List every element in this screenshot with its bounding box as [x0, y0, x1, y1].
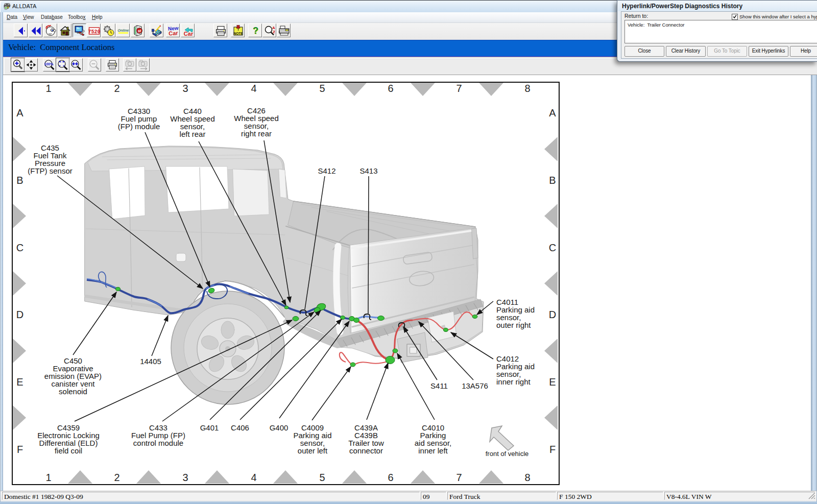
svg-text:st: st — [138, 29, 141, 33]
svg-text:Car: Car — [169, 30, 179, 36]
svg-text:7520: 7520 — [88, 29, 100, 35]
svg-text:NOTE: NOTE — [233, 32, 243, 35]
svg-text:Car: Car — [184, 31, 194, 37]
svg-text:Z: Z — [273, 30, 275, 34]
svg-text:100%: 100% — [44, 62, 54, 66]
svg-text:?: ? — [253, 26, 258, 36]
svg-text:Online: Online — [118, 29, 129, 32]
